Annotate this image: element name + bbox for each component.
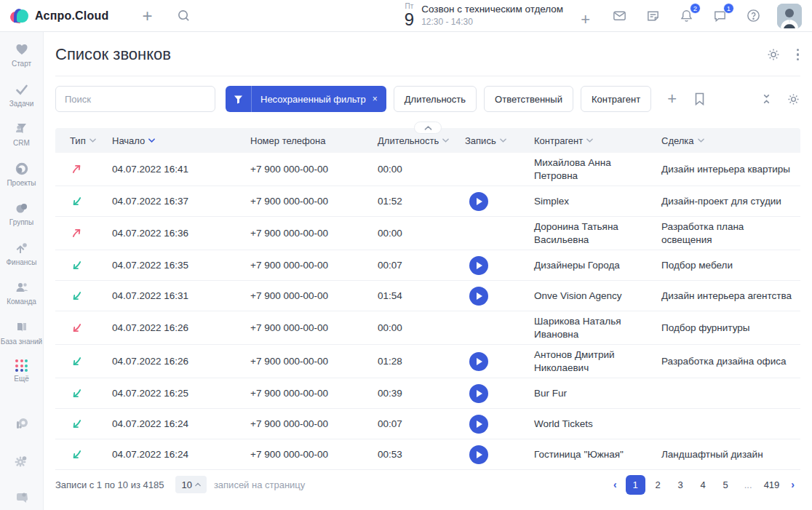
cell-deal[interactable]: Подбор фурнитуры [651, 318, 800, 338]
cell-deal[interactable] [651, 421, 800, 428]
cell-counterparty[interactable]: World Tickets [524, 414, 651, 434]
play-button[interactable] [469, 256, 488, 275]
table-row[interactable]: 04.07.2022 16:35 +7 900 000-00-00 00:07 … [55, 250, 800, 281]
column-header-type[interactable]: Тип [55, 135, 102, 146]
page-button[interactable]: 2 [648, 475, 668, 495]
sidebar-item-projects[interactable]: Проекты [0, 162, 43, 188]
column-header-deal[interactable]: Сделка [651, 135, 800, 146]
cell-counterparty[interactable]: Onve Vision Agency [524, 286, 651, 306]
bell-icon[interactable]: 2 [679, 8, 694, 23]
cell-counterparty[interactable]: Bur Fur [524, 383, 651, 404]
create-plus-icon[interactable]: + [142, 7, 152, 25]
search-input[interactable] [55, 86, 215, 112]
sidebar-item-crm[interactable]: CRM [0, 121, 43, 148]
calendar-event[interactable]: Созвон с техническим отделом 12:30 - 14:… [421, 4, 563, 28]
cell-counterparty[interactable]: Гостиница "Южная" [524, 445, 651, 465]
page-button[interactable]: 1 [626, 475, 645, 495]
filter-button-responsible[interactable]: Ответственный [484, 86, 573, 112]
cell-deal[interactable]: Дизайн-проект для студии [651, 191, 800, 212]
table-row[interactable]: 04.07.2022 16:37 +7 900 000-00-00 01:52 … [55, 186, 800, 217]
play-button[interactable] [469, 384, 488, 403]
mail-icon[interactable] [612, 8, 627, 23]
table-row[interactable]: 04.07.2022 16:36 +7 900 000-00-00 00:00 … [55, 217, 800, 250]
page-button[interactable]: 3 [671, 475, 690, 495]
table-row[interactable]: 04.07.2022 16:26 +7 900 000-00-00 01:28 … [55, 345, 800, 378]
cell-start: 04.07.2022 16:36 [102, 223, 240, 244]
page-button[interactable]: 419 [761, 475, 783, 495]
column-header-phone[interactable]: Номер телефона [240, 135, 367, 146]
notifications-badge: 2 [690, 3, 701, 14]
bookmark-icon[interactable] [694, 92, 705, 105]
clear-filter-icon[interactable]: × [373, 94, 378, 104]
sidebar-item-tasks[interactable]: Задачи [0, 82, 43, 108]
collapse-filters-icon[interactable] [761, 93, 772, 105]
play-button[interactable] [469, 287, 488, 306]
add-event-plus-icon[interactable]: + [581, 12, 590, 28]
cell-counterparty[interactable]: Дизайнеры Города [524, 255, 651, 276]
kebab-menu-icon[interactable] [795, 47, 801, 63]
cell-counterparty[interactable]: Антонов Дмитрий Николаевич [524, 345, 651, 378]
call-type-icon [71, 196, 82, 207]
chat-icon[interactable]: 1 [712, 8, 728, 23]
play-button[interactable] [469, 352, 488, 371]
sidebar-item-team[interactable]: Команда [0, 280, 43, 306]
sidebar: Старт Задачи CRM Проекты Группы Финансы … [0, 32, 44, 510]
sidebar-item-finance[interactable]: Финансы [0, 241, 43, 267]
add-filter-plus-icon[interactable]: + [667, 91, 677, 107]
table-row[interactable]: 04.07.2022 16:24 +7 900 000-00-00 00:07 … [55, 409, 800, 439]
services-gear-icon[interactable] [14, 453, 30, 469]
support-chat-icon[interactable] [14, 489, 30, 505]
page-button[interactable]: 5 [716, 475, 736, 495]
table-row[interactable]: 04.07.2022 16:24 +7 900 000-00-00 00:53 … [55, 439, 800, 470]
sidebar-item-more[interactable]: Ещё [0, 359, 43, 383]
note-icon[interactable] [645, 8, 661, 23]
table-settings-gear-icon[interactable] [787, 92, 800, 106]
cell-deal[interactable]: Разработка плана освещения [651, 217, 800, 250]
search-icon[interactable] [177, 9, 191, 23]
sidebar-item-knowledge-base[interactable]: База знаний [0, 320, 43, 346]
sidebar-item-start[interactable]: Старт [0, 42, 43, 68]
play-button[interactable] [469, 415, 488, 434]
column-header-record[interactable]: Запись [455, 135, 524, 146]
cell-counterparty[interactable]: Михайлова Анна Петровна [524, 153, 651, 186]
app-logo-text: Аспро.Cloud [35, 9, 108, 23]
sidebar-item-groups[interactable]: Группы [0, 201, 43, 227]
table-row[interactable]: 04.07.2022 16:41 +7 900 000-00-00 00:00 … [55, 153, 800, 186]
page-title: Список звонков [55, 45, 171, 64]
table-row[interactable]: 04.07.2022 16:26 +7 900 000-00-00 00:00 … [55, 311, 800, 345]
help-icon[interactable] [746, 8, 761, 23]
cell-counterparty[interactable]: Доронина Татьяна Васильевна [524, 217, 651, 250]
prev-page-chevron-icon[interactable]: ‹ [608, 479, 623, 490]
per-page-select[interactable]: 10 [175, 476, 206, 493]
column-header-counterparty[interactable]: Контрагент [524, 135, 651, 146]
user-avatar[interactable] [777, 4, 802, 28]
cell-counterparty[interactable]: Simplex [524, 191, 651, 212]
table-row[interactable]: 04.07.2022 16:31 +7 900 000-00-00 01:54 … [55, 281, 800, 311]
cell-deal[interactable]: Подбор мебели [651, 255, 800, 276]
filter-button-counterparty[interactable]: Контрагент [581, 86, 651, 112]
page-header: Список звонков [55, 32, 800, 76]
column-header-duration[interactable]: Длительность [367, 135, 455, 146]
cell-deal[interactable]: Дизайн интерьера агентства [651, 286, 800, 306]
play-button[interactable] [469, 192, 488, 211]
table-row[interactable]: 04.07.2022 16:25 +7 900 000-00-00 00:39 … [55, 378, 800, 409]
cell-deal[interactable]: Дизайн интерьера квартиры [651, 159, 800, 180]
page-button[interactable]: 4 [693, 475, 713, 495]
filter-button-duration[interactable]: Длительность [394, 86, 477, 112]
collapse-panel-button[interactable] [414, 121, 442, 134]
play-button[interactable] [469, 445, 488, 464]
calendar-widget[interactable]: Пт 9 Созвон с техническим отделом 12:30 … [405, 3, 590, 28]
page-settings-gear-icon[interactable] [766, 47, 781, 62]
next-page-chevron-icon[interactable]: › [785, 479, 800, 490]
cell-deal[interactable] [651, 390, 800, 397]
cell-record [455, 380, 524, 407]
sidebar-bottom-icons [14, 416, 30, 505]
app-logo[interactable]: Аспро.Cloud [10, 7, 108, 25]
column-header-start[interactable]: Начало [102, 135, 240, 146]
cell-start: 04.07.2022 16:31 [102, 286, 240, 306]
cell-counterparty[interactable]: Шарикова Наталья Ивановна [524, 311, 651, 344]
active-filter-chip[interactable]: Несохраненный фильтр × [226, 86, 386, 112]
cell-deal[interactable]: Разработка дизайна офиса [651, 351, 800, 372]
cell-deal[interactable]: Ландшафтный дизайн [651, 445, 800, 465]
telephony-icon[interactable] [14, 416, 30, 432]
